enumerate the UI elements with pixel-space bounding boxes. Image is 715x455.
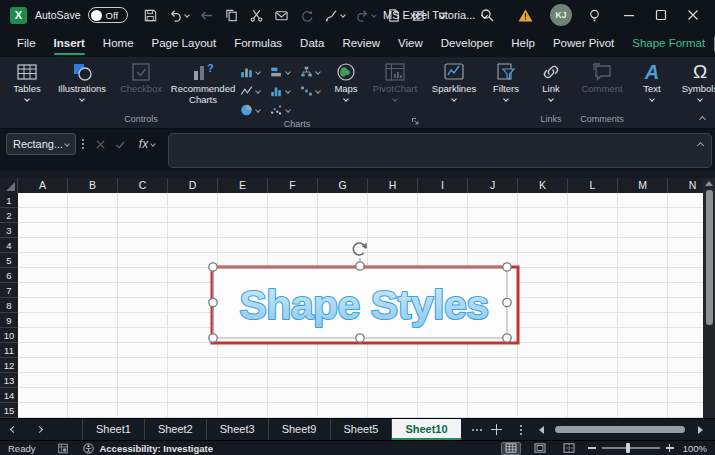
insert-pie-chart-button[interactable] — [234, 100, 264, 119]
horizontal-scroll-thumb[interactable] — [555, 426, 685, 433]
save-button[interactable] — [140, 6, 161, 25]
row-header-11[interactable]: 11 — [0, 343, 18, 358]
vertical-scrollbar[interactable] — [703, 178, 715, 418]
undo-button[interactable] — [165, 6, 192, 25]
zoom-in-icon[interactable] — [666, 444, 674, 452]
maximize-button[interactable] — [645, 0, 677, 30]
column-header-l[interactable]: L — [568, 178, 618, 193]
menu-tab-page-layout[interactable]: Page Layout — [143, 30, 226, 57]
sparklines-button[interactable]: Sparklines — [428, 60, 480, 101]
column-header-j[interactable]: J — [468, 178, 518, 193]
formula-input[interactable] — [168, 133, 712, 168]
column-header-e[interactable]: E — [218, 178, 268, 193]
scroll-up-icon[interactable] — [705, 181, 713, 186]
ink-pen-dropdown-icon[interactable] — [340, 12, 346, 18]
zoom-slider[interactable] — [588, 444, 674, 452]
illustrations-dropdown-icon[interactable] — [79, 96, 85, 102]
vertical-scroll-thumb[interactable] — [706, 190, 713, 325]
menu-tab-review[interactable]: Review — [333, 30, 389, 57]
insert-bar-chart-button[interactable] — [264, 62, 294, 81]
row-header-1[interactable]: 1 — [0, 193, 18, 208]
handle-bottom-middle[interactable] — [356, 334, 364, 342]
page-layout-view-button[interactable] — [530, 442, 550, 455]
sparklines-dropdown-icon[interactable] — [451, 96, 457, 102]
menu-tab-home[interactable]: Home — [94, 30, 143, 57]
maps-button[interactable]: Maps — [324, 60, 368, 101]
column-header-f[interactable]: F — [268, 178, 318, 193]
horizontal-scrollbar[interactable] — [537, 419, 711, 440]
column-header-n[interactable]: N — [668, 178, 703, 193]
row-header-10[interactable]: 10 — [0, 328, 18, 343]
column-header-h[interactable]: H — [368, 178, 418, 193]
row-header-9[interactable]: 9 — [0, 313, 18, 328]
minimize-button[interactable] — [613, 0, 645, 30]
normal-view-button[interactable] — [501, 442, 521, 455]
menu-tab-insert[interactable]: Insert — [45, 30, 94, 57]
menu-tab-power-pivot[interactable]: Power Pivot — [544, 30, 623, 57]
tables-button[interactable]: Tables — [6, 60, 48, 101]
avatar[interactable]: KJ — [547, 0, 575, 30]
prev-sheet-icon[interactable] — [0, 427, 26, 432]
insert-scatter-chart-button[interactable] — [264, 100, 294, 119]
fx-dropdown-icon[interactable] — [150, 141, 156, 147]
illustrations-button[interactable]: Illustrations — [54, 60, 110, 101]
autosave-control[interactable]: AutoSave Off — [35, 7, 128, 23]
menu-tab-developer[interactable]: Developer — [432, 30, 502, 57]
row-header-14[interactable]: 14 — [0, 388, 18, 403]
undo-dropdown-icon[interactable] — [184, 12, 190, 18]
filters-button[interactable]: Filters — [486, 60, 526, 101]
insert-hierarchy-chart-button[interactable] — [294, 62, 324, 81]
row-header-13[interactable]: 13 — [0, 373, 18, 388]
handle-middle-left[interactable] — [209, 298, 217, 306]
charts-dialog-launcher-icon[interactable] — [410, 116, 420, 126]
sheet-tab-sheet3[interactable]: Sheet3 — [207, 419, 269, 440]
menu-tab-view[interactable]: View — [389, 30, 432, 57]
tables-dropdown-icon[interactable] — [24, 96, 30, 102]
close-button[interactable] — [677, 0, 709, 30]
warning-icon[interactable] — [503, 0, 547, 30]
row-header-3[interactable]: 3 — [0, 223, 18, 238]
insert-waterfall-chart-button[interactable] — [294, 81, 324, 100]
name-box[interactable]: Rectang... — [6, 133, 76, 155]
next-sheet-icon[interactable] — [26, 427, 52, 432]
email-button[interactable] — [271, 6, 292, 25]
sheet-tab-sheet10[interactable]: Sheet10 — [392, 419, 460, 440]
new-sheet-button[interactable] — [485, 419, 509, 440]
zoom-out-icon[interactable] — [588, 447, 596, 449]
zoom-track[interactable] — [602, 447, 660, 449]
insert-line-chart-button[interactable] — [234, 81, 264, 100]
text-dropdown-icon[interactable] — [649, 96, 655, 102]
column-header-m[interactable]: M — [618, 178, 668, 193]
shape-text[interactable]: Shape Styles — [239, 282, 488, 328]
expand-formula-bar-icon[interactable] — [697, 142, 704, 149]
insert-function-button[interactable]: fx — [130, 133, 164, 155]
row-header-15[interactable]: 15 — [0, 403, 18, 418]
handle-top-middle[interactable] — [356, 262, 364, 270]
insert-statistic-chart-button[interactable] — [264, 81, 294, 100]
handle-bottom-right[interactable] — [503, 334, 511, 342]
menu-tab-shape-format[interactable]: Shape Format — [623, 30, 714, 57]
rotate-handle[interactable] — [353, 243, 367, 265]
menu-tab-data[interactable]: Data — [291, 30, 333, 57]
column-header-c[interactable]: C — [118, 178, 168, 193]
copy-button[interactable] — [221, 6, 242, 25]
sheet-tab-sheet5[interactable]: Sheet5 — [331, 419, 393, 440]
accessibility-status[interactable]: Accessibility: Investigate — [83, 443, 213, 454]
selected-shape[interactable]: Shape Styles — [200, 228, 530, 358]
handle-middle-right[interactable] — [503, 298, 511, 306]
insert-column-chart-button[interactable] — [234, 62, 264, 81]
row-header-2[interactable]: 2 — [0, 208, 18, 223]
maps-dropdown-icon[interactable] — [343, 96, 349, 102]
column-header-d[interactable]: D — [168, 178, 218, 193]
row-header-4[interactable]: 4 — [0, 238, 18, 253]
select-all-button[interactable] — [0, 178, 18, 193]
handle-bottom-left[interactable] — [209, 334, 217, 342]
handle-top-right[interactable] — [503, 263, 511, 271]
menu-tab-help[interactable]: Help — [502, 30, 544, 57]
column-header-a[interactable]: A — [18, 178, 68, 193]
row-header-8[interactable]: 8 — [0, 298, 18, 313]
row-header-5[interactable]: 5 — [0, 253, 18, 268]
column-header-i[interactable]: I — [418, 178, 468, 193]
macro-record-icon[interactable] — [57, 443, 69, 454]
recommended-charts-button[interactable]: ? Recommended Charts — [172, 60, 234, 105]
